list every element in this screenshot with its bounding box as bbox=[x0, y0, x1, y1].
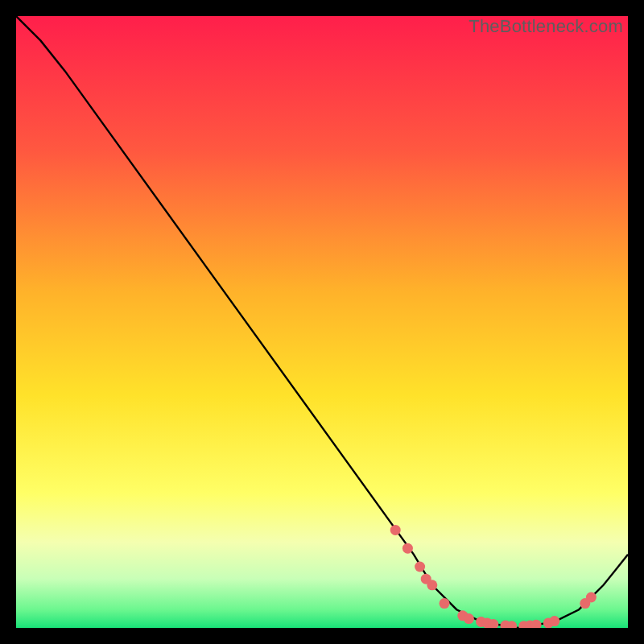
chart-frame: TheBottleneck.com bbox=[16, 16, 628, 628]
bottleneck-chart bbox=[16, 16, 628, 628]
data-marker bbox=[586, 592, 597, 603]
gradient-background bbox=[16, 16, 628, 628]
data-marker bbox=[402, 543, 413, 554]
data-marker bbox=[415, 562, 425, 572]
data-marker bbox=[549, 616, 559, 626]
data-marker bbox=[390, 525, 401, 535]
watermark-label: TheBottleneck.com bbox=[469, 16, 623, 37]
data-marker bbox=[440, 598, 450, 609]
data-marker bbox=[427, 580, 437, 590]
data-marker bbox=[464, 613, 474, 624]
